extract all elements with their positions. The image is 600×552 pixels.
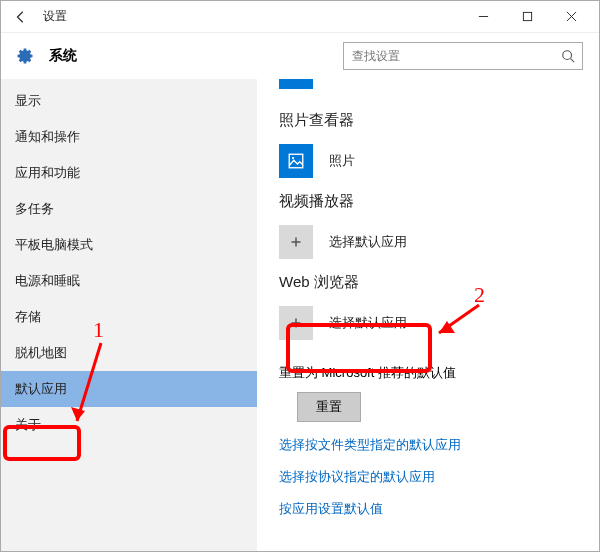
web-browser-label: 选择默认应用 (329, 314, 407, 332)
video-player-item[interactable]: 选择默认应用 (279, 225, 577, 259)
svg-rect-6 (289, 154, 303, 168)
web-browser-item[interactable]: 选择默认应用 (279, 306, 577, 340)
sidebar-item-power[interactable]: 电源和睡眠 (1, 263, 257, 299)
minimize-button[interactable] (461, 2, 505, 32)
sidebar-item-apps[interactable]: 应用和功能 (1, 155, 257, 191)
sidebar-item-label: 存储 (15, 308, 41, 326)
sidebar-item-label: 显示 (15, 92, 41, 110)
sidebar-item-label: 应用和功能 (15, 164, 80, 182)
svg-rect-1 (523, 12, 531, 20)
reset-button[interactable]: 重置 (297, 392, 361, 422)
link-by-filetype[interactable]: 选择按文件类型指定的默认应用 (279, 436, 577, 454)
page-title: 系统 (49, 47, 77, 65)
section-photo-viewer-title: 照片查看器 (279, 111, 577, 130)
plus-icon (279, 306, 313, 340)
sidebar-item-storage[interactable]: 存储 (1, 299, 257, 335)
sidebar: 显示 通知和操作 应用和功能 多任务 平板电脑模式 电源和睡眠 存储 脱机地图 … (1, 79, 257, 551)
section-video-player-title: 视频播放器 (279, 192, 577, 211)
photo-viewer-label: 照片 (329, 152, 355, 170)
sidebar-item-label: 通知和操作 (15, 128, 80, 146)
gear-icon (11, 42, 39, 70)
sidebar-item-notifications[interactable]: 通知和操作 (1, 119, 257, 155)
plus-icon (279, 225, 313, 259)
video-player-label: 选择默认应用 (329, 233, 407, 251)
main-panel: 照片查看器 照片 视频播放器 选择默认应用 Web 浏览器 选择默认应用 重置为… (257, 79, 599, 551)
sidebar-item-label: 默认应用 (15, 380, 67, 398)
photo-viewer-item[interactable]: 照片 (279, 144, 577, 178)
sidebar-item-display[interactable]: 显示 (1, 83, 257, 119)
sidebar-item-label: 脱机地图 (15, 344, 67, 362)
maximize-button[interactable] (505, 2, 549, 32)
titlebar: 设置 (1, 1, 599, 33)
sidebar-item-label: 多任务 (15, 200, 54, 218)
svg-point-4 (563, 51, 572, 60)
svg-line-5 (571, 59, 575, 63)
reset-description: 重置为 Microsoft 推荐的默认值 (279, 364, 577, 382)
svg-point-7 (292, 157, 294, 159)
close-button[interactable] (549, 2, 593, 32)
sidebar-item-multitask[interactable]: 多任务 (1, 191, 257, 227)
sidebar-item-label: 关于 (15, 416, 41, 434)
sidebar-item-label: 电源和睡眠 (15, 272, 80, 290)
sidebar-item-defaultapps[interactable]: 默认应用 (1, 371, 257, 407)
search-input[interactable] (344, 49, 554, 63)
back-button[interactable] (7, 3, 35, 31)
sidebar-item-offlinemaps[interactable]: 脱机地图 (1, 335, 257, 371)
photos-icon (279, 144, 313, 178)
sidebar-item-about[interactable]: 关于 (1, 407, 257, 443)
sidebar-item-tablet[interactable]: 平板电脑模式 (1, 227, 257, 263)
search-icon[interactable] (554, 49, 582, 63)
link-by-protocol[interactable]: 选择按协议指定的默认应用 (279, 468, 577, 486)
search-box[interactable] (343, 42, 583, 70)
header: 系统 (1, 33, 599, 79)
sidebar-item-label: 平板电脑模式 (15, 236, 93, 254)
section-web-browser-title: Web 浏览器 (279, 273, 577, 292)
link-by-app[interactable]: 按应用设置默认值 (279, 500, 577, 518)
window-title: 设置 (43, 8, 67, 25)
previous-item-tile[interactable] (279, 79, 313, 89)
